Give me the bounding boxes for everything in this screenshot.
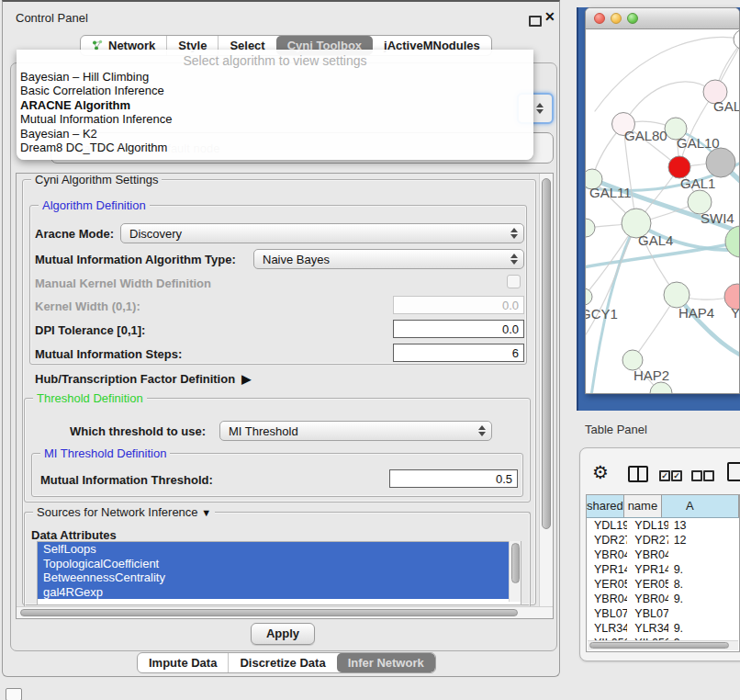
menu-item-bayesian-k2[interactable]: Bayesian – K2 [17, 127, 533, 141]
table-row[interactable]: YLR345WYLR345W9. [587, 621, 739, 636]
aracne-mode-select[interactable]: Discovery [120, 223, 524, 243]
table-row[interactable]: YPR145WYPR145W9. [587, 562, 739, 577]
list-item-topologicalcoefficient[interactable]: TopologicalCoefficient [38, 557, 521, 571]
close-icon[interactable]: ✕ [544, 9, 555, 24]
node[interactable] [734, 29, 739, 50]
table-cell: YER054C [627, 577, 667, 592]
mi-threshold-input[interactable] [389, 469, 518, 488]
window-titlebar[interactable] [586, 8, 739, 29]
node-gcy1[interactable] [586, 288, 592, 305]
table-cell: YER054C [587, 577, 627, 592]
algorithm-list: Bayesian – Hill ClimbingBasic Correlatio… [17, 70, 533, 154]
vertical-scrollbar[interactable] [539, 174, 553, 607]
table-cell: YBR043C [587, 548, 627, 562]
menu-item-basic-correlation-inference[interactable]: Basic Correlation Inference [17, 84, 533, 97]
table-cell: YBR045C [627, 592, 667, 606]
apply-button[interactable]: Apply [251, 623, 315, 645]
kernel-width-input[interactable] [393, 296, 524, 314]
column-header[interactable]: name [624, 495, 662, 517]
minimize-traffic-light[interactable] [611, 13, 622, 24]
column-header[interactable]: A [662, 495, 739, 517]
gear-icon[interactable]: ⚙ [592, 461, 609, 483]
cyni-algorithm-settings-pane: Cyni Algorithm Settings Algorithm Defini… [16, 173, 554, 619]
node-label: Y [731, 305, 739, 321]
page-icon[interactable] [727, 462, 740, 481]
list-item-betweennesscentrality[interactable]: BetweennessCentrality [38, 570, 521, 585]
edge[interactable] [623, 82, 715, 124]
mi-type-label: Mutual Information Algorithm Type: [35, 253, 236, 266]
node-label: GAL1 [680, 175, 715, 191]
group-title: Cyni Algorithm Settings [31, 173, 162, 186]
table-row[interactable]: YDR27…YDR27…12 [587, 533, 739, 548]
network-canvas[interactable]: GAL7GAL80GAL10GAL1GAL11SWI4GAL4GCY1HAP4Y… [586, 28, 739, 393]
node-label: GAL4 [638, 232, 673, 248]
edge[interactable] [586, 223, 636, 350]
table-row[interactable]: YER054CYER054C8. [587, 577, 739, 592]
hub-definition-expander[interactable]: Hub/Transcription Factor Definition ▶ [35, 372, 251, 386]
mi-steps-input[interactable] [393, 344, 524, 362]
combo-arrows-icon [508, 253, 521, 265]
node-label: HAP2 [633, 367, 669, 383]
column-header[interactable]: shared… [587, 495, 624, 517]
mi-threshold-label: Mutual Information Threshold: [40, 473, 213, 487]
float-window-icon[interactable] [529, 16, 542, 27]
combo-arrows-icon [476, 424, 488, 437]
list-scrollbar[interactable] [509, 541, 521, 602]
tab-infer-network[interactable]: Infer Network [337, 653, 435, 672]
tab-discretize-data[interactable]: Discretize Data [228, 653, 336, 672]
split-columns-icon[interactable] [628, 466, 648, 482]
unchecked-checkbox-icon[interactable] [691, 470, 702, 481]
table-header-row: shared…nameA [587, 495, 739, 518]
dpi-tolerance-label: DPI Tolerance [0,1]: [35, 323, 145, 337]
combo-arrows-icon [533, 102, 546, 115]
table-body: YDL19…YDL19…13YDR27…YDR27…12YBR043CYBR04… [587, 518, 739, 642]
node[interactable] [725, 226, 739, 257]
tab-impute-data[interactable]: Impute Data [138, 653, 228, 672]
table-cell: 9. [668, 562, 739, 577]
checked-checkbox-icon[interactable]: ✓ [671, 470, 682, 481]
table-row[interactable]: YDL19…YDL19…13 [587, 518, 739, 533]
table-row[interactable]: YBL079WYBL079W [587, 606, 739, 621]
node[interactable] [650, 382, 672, 393]
table-cell: YBL079W [587, 606, 627, 621]
table-cell: YBL079W [627, 606, 667, 621]
horizontal-scrollbar[interactable] [17, 606, 553, 618]
table-row[interactable]: YBR043CYBR043C [587, 548, 739, 562]
which-threshold-select[interactable]: MI Threshold [219, 421, 492, 441]
table-cell: YPR145W [587, 562, 627, 577]
node-table: shared…nameA YDL19…YDL19…13YDR27…YDR27…1… [586, 494, 740, 652]
mi-steps-label: Mutual Information Steps: [35, 347, 182, 361]
node[interactable] [706, 148, 735, 177]
node[interactable] [586, 219, 595, 237]
table-cell: YLR345W [627, 621, 667, 636]
aracne-mode-label: Aracne Mode: [35, 227, 114, 241]
which-threshold-label: Which threshold to use: [70, 424, 206, 438]
menu-item-mutual-information-inference[interactable]: Mutual Information Inference [17, 112, 533, 126]
unchecked-checkbox-icon[interactable] [703, 470, 714, 481]
table-horizontal-scrollbar[interactable] [588, 640, 738, 650]
close-traffic-light[interactable] [594, 13, 605, 24]
data-attributes-label: Data Attributes [31, 528, 117, 542]
mi-algorithm-type-select[interactable]: Naive Bayes [253, 249, 524, 269]
dropdown-prompt: Select algorithm to view settings [17, 50, 533, 70]
list-item-selfloops[interactable]: SelfLoops [38, 542, 521, 557]
collapse-icon[interactable]: ▼ [201, 507, 211, 518]
node-hap4[interactable] [664, 282, 690, 308]
menu-item-aracne-algorithm[interactable]: ARACNE Algorithm [17, 98, 533, 112]
dpi-tolerance-input[interactable] [393, 320, 524, 338]
table-cell: 12 [668, 533, 739, 548]
manual-kernel-checkbox[interactable] [507, 275, 521, 288]
checked-checkbox-icon[interactable]: ✓ [659, 470, 670, 481]
network-view-window[interactable]: GAL7GAL80GAL10GAL1GAL11SWI4GAL4GCY1HAP4Y… [585, 7, 740, 394]
table-cell: YDR27… [627, 533, 667, 548]
application-window: Control Panel ✕ NetworkStyleSelectCyni T… [0, 0, 740, 700]
list-item-gal4rgexp[interactable]: gal4RGexp [38, 585, 521, 600]
menu-item-dream8-dc-tdc-algorithm[interactable]: Dream8 DC_TDC Algorithm [17, 141, 533, 154]
expand-icon[interactable]: ▶ [241, 372, 251, 386]
zoom-traffic-light[interactable] [627, 13, 638, 24]
data-attributes-list[interactable]: SelfLoopsTopologicalCoefficientBetweenne… [37, 541, 521, 605]
table-row[interactable]: YBR045CYBR045C9. [587, 592, 739, 606]
minimized-panel-icon[interactable] [6, 688, 22, 700]
menu-item-bayesian-hill-climbing[interactable]: Bayesian – Hill Climbing [17, 70, 533, 84]
mi-type-value: Naive Bayes [254, 253, 508, 266]
